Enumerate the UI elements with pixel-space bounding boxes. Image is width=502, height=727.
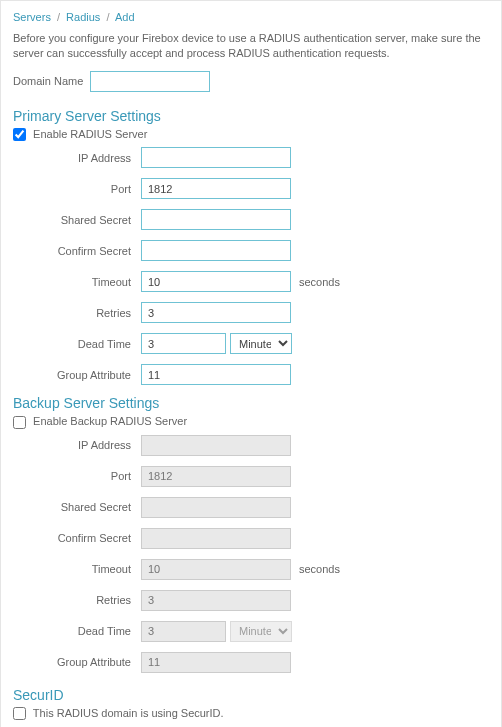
- primary-deadtime-unit-select[interactable]: Minutes: [230, 333, 292, 354]
- primary-retries-input[interactable]: [141, 302, 291, 323]
- primary-timeout-input[interactable]: [141, 271, 291, 292]
- backup-confirm-input[interactable]: [141, 528, 291, 549]
- backup-group-input[interactable]: [141, 652, 291, 673]
- breadcrumb-servers[interactable]: Servers: [13, 11, 51, 23]
- primary-shared-label: Shared Secret: [13, 214, 141, 226]
- securid-section-title: SecurID: [13, 687, 489, 703]
- intro-text: Before you configure your Firebox device…: [13, 31, 489, 61]
- backup-retries-label: Retries: [13, 594, 141, 606]
- backup-deadtime-input[interactable]: [141, 621, 226, 642]
- backup-group-label: Group Attribute: [13, 656, 141, 668]
- breadcrumb-separator: /: [57, 11, 60, 23]
- enable-primary-label: Enable RADIUS Server: [33, 128, 147, 140]
- backup-timeout-unit: seconds: [299, 563, 340, 575]
- backup-form: IP Address Port Shared Secret Confirm Se…: [13, 435, 489, 673]
- backup-ip-label: IP Address: [13, 439, 141, 451]
- primary-timeout-label: Timeout: [13, 276, 141, 288]
- primary-timeout-unit: seconds: [299, 276, 340, 288]
- backup-retries-input[interactable]: [141, 590, 291, 611]
- primary-deadtime-input[interactable]: [141, 333, 226, 354]
- enable-backup-checkbox[interactable]: [13, 416, 26, 429]
- backup-timeout-input[interactable]: [141, 559, 291, 580]
- domain-name-input[interactable]: [90, 71, 210, 92]
- primary-confirm-input[interactable]: [141, 240, 291, 261]
- domain-name-row: Domain Name: [13, 71, 489, 92]
- backup-port-label: Port: [13, 470, 141, 482]
- breadcrumb-separator: /: [106, 11, 109, 23]
- backup-deadtime-unit-select[interactable]: Minutes: [230, 621, 292, 642]
- backup-timeout-label: Timeout: [13, 563, 141, 575]
- primary-ip-label: IP Address: [13, 152, 141, 164]
- breadcrumb-radius[interactable]: Radius: [66, 11, 100, 23]
- securid-label: This RADIUS domain is using SecurID.: [33, 707, 224, 719]
- securid-row: This RADIUS domain is using SecurID.: [13, 707, 489, 721]
- breadcrumb: Servers / Radius / Add: [13, 11, 489, 23]
- primary-form: IP Address Port Shared Secret Confirm Se…: [13, 147, 489, 385]
- backup-deadtime-label: Dead Time: [13, 625, 141, 637]
- backup-section-title: Backup Server Settings: [13, 395, 489, 411]
- enable-backup-row: Enable Backup RADIUS Server: [13, 415, 489, 429]
- breadcrumb-current: Add: [115, 11, 135, 23]
- primary-port-label: Port: [13, 183, 141, 195]
- primary-group-input[interactable]: [141, 364, 291, 385]
- enable-primary-row: Enable RADIUS Server: [13, 128, 489, 142]
- backup-ip-input[interactable]: [141, 435, 291, 456]
- primary-shared-input[interactable]: [141, 209, 291, 230]
- backup-shared-label: Shared Secret: [13, 501, 141, 513]
- primary-deadtime-label: Dead Time: [13, 338, 141, 350]
- backup-shared-input[interactable]: [141, 497, 291, 518]
- backup-port-input[interactable]: [141, 466, 291, 487]
- enable-backup-label: Enable Backup RADIUS Server: [33, 415, 187, 427]
- enable-primary-checkbox[interactable]: [13, 128, 26, 141]
- primary-section-title: Primary Server Settings: [13, 108, 489, 124]
- primary-group-label: Group Attribute: [13, 369, 141, 381]
- primary-ip-input[interactable]: [141, 147, 291, 168]
- primary-port-input[interactable]: [141, 178, 291, 199]
- primary-confirm-label: Confirm Secret: [13, 245, 141, 257]
- backup-confirm-label: Confirm Secret: [13, 532, 141, 544]
- domain-name-label: Domain Name: [13, 75, 83, 87]
- primary-retries-label: Retries: [13, 307, 141, 319]
- securid-checkbox[interactable]: [13, 707, 26, 720]
